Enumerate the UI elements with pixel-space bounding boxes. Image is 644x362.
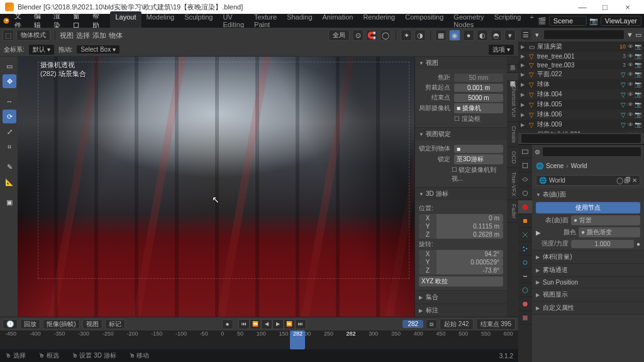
camera-icon[interactable]: 📷 [635, 43, 641, 50]
timeline-menu-playback[interactable]: 回放 [20, 319, 40, 329]
prop-tab-world[interactable] [518, 200, 532, 214]
jump-end-icon[interactable]: ⏭ [295, 319, 306, 329]
header-menu-object[interactable]: 物体 [109, 31, 123, 40]
prop-tab-texture[interactable] [518, 311, 532, 325]
timeline-menu-view[interactable]: 视图 [82, 319, 103, 329]
eye-icon[interactable]: 👁 [628, 122, 633, 128]
frame-end[interactable]: 结束点 395 [476, 319, 516, 330]
cursor-z[interactable]: Z0.2628 m [419, 230, 503, 239]
maximize-button[interactable]: □ [594, 3, 616, 12]
strength-value[interactable]: 1.000 [571, 240, 634, 248]
snap-toggle-icon[interactable]: 🧲 [366, 30, 377, 41]
tool-cursor[interactable]: ✥ [3, 74, 16, 88]
close-button[interactable]: × [616, 3, 639, 12]
panel-head-volume[interactable]: ▶体积(音量) [532, 251, 644, 263]
prop-tab-render[interactable] [518, 145, 532, 159]
shading-solid-icon[interactable]: ● [463, 30, 474, 41]
outliner-new-collection-icon[interactable]: ▭ [635, 31, 641, 39]
prop-tab-output[interactable] [518, 159, 532, 173]
camera-icon[interactable]: 📷 [635, 81, 641, 88]
panel-head-viewport-display[interactable]: ▶视图显示 [532, 288, 644, 301]
timeline-menu-keying[interactable]: 抠像(插帧) [43, 319, 80, 329]
frame-start[interactable]: 起始 242 [440, 319, 473, 330]
ntab-truevfx[interactable]: True-VFX [507, 168, 518, 201]
color-type[interactable]: ● 颜色渐变 [579, 227, 640, 237]
panel-head-collections[interactable]: ▶集合 [415, 291, 507, 303]
outliner-mode-icon[interactable]: ▾ [533, 31, 541, 39]
outliner-search-bottom[interactable] [521, 133, 641, 144]
transform-orientation[interactable]: 全局 [328, 30, 350, 41]
proportional-edit-icon[interactable]: ◯ [380, 30, 391, 41]
options-dropdown[interactable]: 选项 ▾ [488, 44, 514, 55]
outliner-search[interactable] [543, 30, 625, 40]
prop-tab-scene[interactable] [518, 186, 532, 200]
camera-icon[interactable]: 📷 [635, 111, 641, 118]
prop-tab-particles[interactable] [518, 242, 532, 256]
outliner-editor-icon[interactable]: ☰ [521, 30, 531, 40]
cursor-rz[interactable]: Z-73.8° [419, 266, 503, 274]
tool-measure[interactable]: 📐 [3, 175, 16, 189]
shading-dropdown-icon[interactable]: ▾ [504, 30, 516, 41]
camera-icon[interactable]: 📷 [635, 91, 641, 98]
gizmo-visibility-icon[interactable]: ✦ [401, 30, 412, 41]
eye-icon[interactable]: 👁 [628, 81, 633, 88]
overlay-visibility-icon[interactable]: ◑ [414, 30, 426, 41]
panel-head-3dcursor[interactable]: ▼3D 游标 [415, 188, 507, 200]
surface-type[interactable]: ● 背景 [571, 215, 640, 225]
3d-viewport[interactable]: 摄像机透视 (282) 场景集合 ↖ [18, 57, 414, 317]
panel-head-annotations[interactable]: ▶标注 [415, 304, 507, 317]
tool-rotate[interactable]: ⟳ [3, 110, 16, 123]
eye-icon[interactable]: 👁 [628, 71, 633, 77]
playhead[interactable]: 282 [290, 331, 305, 349]
play-reverse-icon[interactable]: ◀ [261, 319, 272, 329]
prop-tab-physics[interactable] [518, 256, 532, 269]
tool-add-primitive[interactable]: ▣ [3, 195, 16, 209]
ntab-shortcutvur[interactable]: Shortcut VUr [507, 81, 518, 122]
timeline-ruler[interactable]: -450-400-350-300-250-200-150-100-5005010… [0, 331, 518, 349]
panel-head-mist[interactable]: ▶雾场通道 [532, 264, 644, 276]
delete-world-icon[interactable]: ✕ [632, 177, 637, 184]
eye-icon[interactable]: 👁 [628, 101, 633, 108]
editor-type-icon[interactable]: ⬚ [3, 30, 14, 41]
eye-icon[interactable]: 👁 [628, 53, 633, 59]
camera-icon[interactable]: 📷 [635, 71, 641, 77]
strength-anim-icon[interactable]: ● [636, 240, 640, 247]
play-icon[interactable]: ▶ [272, 319, 284, 329]
prop-tab-material[interactable] [518, 297, 532, 311]
panel-head-sunpos[interactable]: ▶Sun Position [532, 277, 644, 288]
camera-icon[interactable]: 📷 [635, 62, 641, 68]
focal-value[interactable]: 50 mm [454, 74, 503, 82]
timeline-editor-icon[interactable]: 🕒 [3, 319, 18, 329]
lockto-field[interactable]: ■ [454, 145, 503, 153]
world-datablock[interactable]: 🌐 World ◯🗐✕ [536, 175, 640, 186]
preview-range-icon[interactable]: ⧈ [426, 319, 437, 329]
properties-editor-icon[interactable]: ⚙ [535, 149, 540, 156]
tool-move[interactable]: ↔ [3, 94, 16, 108]
cursor-y[interactable]: Y0.1115 m [419, 222, 503, 230]
prop-tab-constraints[interactable] [518, 269, 532, 283]
properties-search[interactable] [542, 147, 641, 157]
lock-camview-check[interactable]: ☐ 锁定摄像机到视... [452, 166, 503, 183]
prop-tab-modifier[interactable] [518, 228, 532, 242]
tool-select-box[interactable]: ▭ [3, 59, 16, 73]
pivot-icon[interactable]: ⊙ [352, 30, 364, 41]
ntab-item[interactable]: 条目 [507, 57, 518, 65]
cursor-x[interactable]: X0 m [419, 214, 503, 222]
drag-field[interactable]: Select Box ▾ [76, 45, 120, 54]
eye-icon[interactable]: 👁 [628, 62, 633, 68]
outliner-filter-icon[interactable]: ▼ [626, 31, 633, 38]
eye-icon[interactable]: 👁 [628, 111, 633, 118]
tool-annotate[interactable]: ✎ [3, 160, 16, 174]
ntab-ocd[interactable]: OCD [507, 147, 518, 168]
ntab-fade[interactable]: Fade! [507, 200, 518, 223]
eye-icon[interactable]: 👁 [628, 91, 633, 98]
clip-start-value[interactable]: 0.001 m [454, 84, 503, 92]
orientation-field[interactable]: 默认 ▾ [28, 44, 55, 55]
camera-icon[interactable]: 📷 [635, 122, 641, 128]
ntab-create[interactable]: Create [507, 122, 518, 147]
autokey-icon[interactable]: ● [222, 319, 233, 329]
clip-end-value[interactable]: 5000 m [454, 94, 503, 102]
ntab-view[interactable]: 视图 [507, 73, 518, 81]
panel-head-surface[interactable]: ▼表(曲)面 [532, 188, 644, 201]
keyframe-prev-icon[interactable]: ⏪ [250, 319, 261, 329]
